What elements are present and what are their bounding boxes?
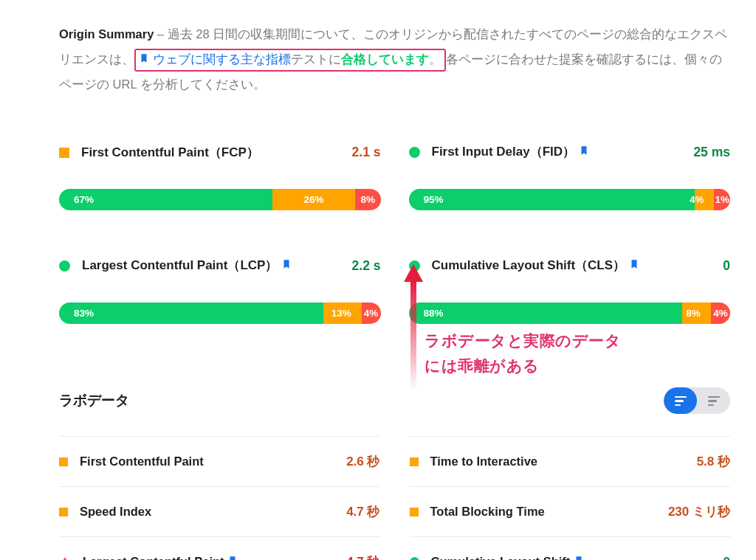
lab-item-cls[interactable]: Cumulative Layout Shift 0	[410, 536, 731, 560]
dist-good: 88%	[409, 303, 682, 324]
lab-tbt-value: 230 ミリ秒	[668, 503, 730, 520]
metric-cls-dist: 88% 8% 4%	[409, 303, 731, 324]
lab-item-tbt[interactable]: Total Blocking Time 230 ミリ秒	[410, 486, 731, 536]
dist-needs: 8%	[682, 303, 711, 324]
bookmark-icon	[139, 52, 149, 71]
view-toggle-compact[interactable]	[697, 387, 730, 414]
summary-period: 。	[429, 52, 441, 66]
field-metrics-grid: First Contentful Paint（FCP） 2.1 s 67% 26…	[59, 132, 730, 324]
lab-fcp-label: First Contentful Paint	[80, 454, 334, 469]
lab-tbt-label: Total Blocking Time	[430, 505, 656, 519]
square-icon	[410, 508, 419, 516]
pass-status: 合格しています	[341, 52, 429, 66]
lab-lcp-value: 4.7 秒	[346, 553, 379, 560]
metric-fid-value: 25 ms	[693, 145, 730, 160]
view-toggle[interactable]	[664, 387, 730, 414]
dist-needs: 4%	[695, 189, 714, 210]
metric-cls-value: 0	[723, 258, 730, 274]
lab-data-header: ラボデータ	[59, 387, 730, 414]
view-toggle-expanded[interactable]	[664, 387, 697, 414]
lab-cls-value: 0	[724, 555, 730, 560]
lab-item-lcp[interactable]: Largest Contentful Paint 4.7 秒	[59, 536, 380, 560]
dist-good: 83%	[59, 303, 323, 324]
lab-si-label: Speed Index	[80, 505, 334, 519]
lab-fcp-value: 2.6 秒	[346, 453, 379, 470]
lab-data-grid: First Contentful Paint 2.6 秒 Time to Int…	[59, 436, 730, 560]
core-web-vitals-highlight: ウェブに関する主な指標テストに合格しています。	[134, 49, 446, 72]
metric-lcp: Largest Contentful Paint（LCP） 2.2 s 83% …	[59, 246, 381, 324]
bookmark-icon	[629, 257, 639, 277]
metric-lcp-value: 2.2 s	[352, 258, 381, 274]
lab-item-si[interactable]: Speed Index 4.7 秒	[59, 486, 380, 536]
dist-poor: 8%	[355, 189, 380, 210]
lab-item-fcp[interactable]: First Contentful Paint 2.6 秒	[59, 436, 380, 486]
lab-lcp-label: Largest Contentful Paint	[83, 554, 334, 560]
metric-fcp-dist: 67% 26% 8%	[59, 189, 381, 210]
metric-fid-dist: 95% 4% 1%	[409, 189, 731, 210]
lab-si-value: 4.7 秒	[346, 503, 379, 520]
dist-good: 67%	[59, 189, 272, 210]
annotation-callout: ラボデータと実際のデータ には乖離がある	[425, 328, 621, 378]
dist-needs: 26%	[272, 189, 355, 210]
circle-icon	[59, 260, 70, 272]
dist-poor: 1%	[714, 189, 730, 210]
square-icon	[59, 457, 68, 466]
metric-lcp-dist: 83% 13% 4%	[59, 303, 381, 324]
lab-data-title: ラボデータ	[59, 391, 664, 410]
square-icon	[59, 508, 68, 516]
dist-needs: 13%	[323, 303, 362, 324]
metric-fcp-value: 2.1 s	[352, 145, 381, 160]
metric-fid: First Input Delay（FID） 25 ms 95% 4% 1%	[409, 132, 731, 210]
origin-summary-text: Origin Summary – 過去 28 日間の収集期間について、このオリジ…	[59, 22, 730, 97]
lab-cls-label: Cumulative Layout Shift	[431, 554, 712, 560]
core-web-vitals-link[interactable]: ウェブに関する主な指標	[153, 52, 291, 66]
bookmark-icon	[227, 554, 238, 560]
square-icon	[410, 457, 419, 466]
metric-fcp-label: First Contentful Paint（FCP）	[81, 143, 340, 162]
circle-icon	[410, 557, 419, 560]
metric-cls: Cumulative Layout Shift（CLS） 0 88% 8% 4%	[409, 246, 731, 324]
triangle-icon	[59, 557, 71, 560]
metric-fid-label: First Input Delay（FID）	[432, 142, 682, 163]
annotation-line2: には乖離がある	[425, 353, 621, 378]
metric-cls-label: Cumulative Layout Shift（CLS）	[432, 256, 712, 277]
metric-fcp: First Contentful Paint（FCP） 2.1 s 67% 26…	[59, 132, 381, 210]
lab-item-tti[interactable]: Time to Interactive 5.8 秒	[410, 436, 731, 486]
annotation-line1: ラボデータと実際のデータ	[425, 328, 621, 353]
summary-mid: テストに	[291, 52, 341, 66]
square-icon	[59, 148, 69, 158]
lab-tti-value: 5.8 秒	[697, 453, 730, 470]
dist-poor: 4%	[711, 303, 730, 324]
lab-tti-label: Time to Interactive	[430, 454, 685, 469]
bookmark-icon	[281, 257, 292, 277]
metric-lcp-label: Largest Contentful Paint（LCP）	[82, 256, 340, 277]
origin-summary-title: Origin Summary	[59, 27, 154, 41]
bookmark-icon	[579, 144, 589, 163]
circle-icon	[409, 147, 420, 158]
circle-icon	[409, 260, 420, 272]
dist-poor: 4%	[362, 303, 381, 324]
bookmark-icon	[574, 554, 584, 560]
dist-good: 95%	[409, 189, 695, 210]
